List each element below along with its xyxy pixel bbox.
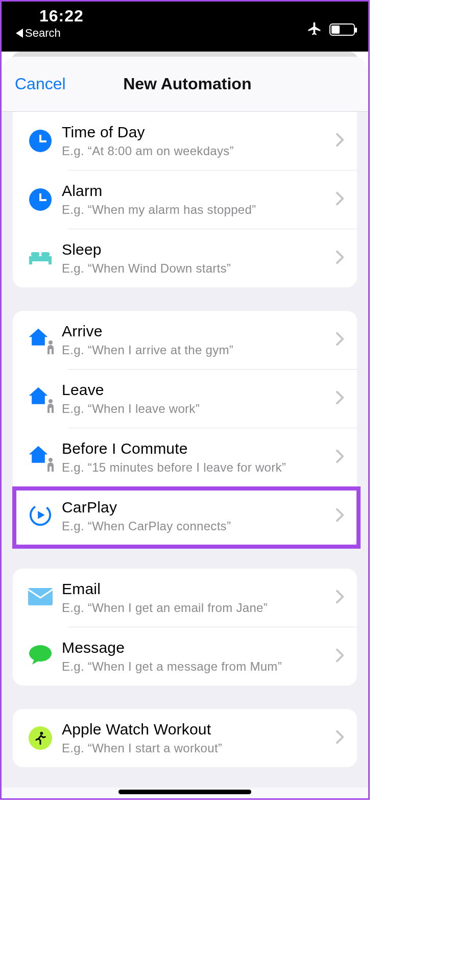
svg-rect-1 [31, 252, 39, 256]
home-leave-icon [27, 385, 54, 412]
row-time-of-day[interactable]: Time of Day E.g. “At 8:00 am on weekdays… [13, 112, 357, 170]
chevron-right-icon [336, 250, 344, 266]
row-subtitle: E.g. “When Wind Down starts” [62, 261, 326, 276]
chevron-right-icon [336, 648, 344, 665]
svg-point-11 [40, 732, 43, 735]
trigger-group-workout: Apple Watch Workout E.g. “When I start a… [13, 709, 357, 767]
workout-icon [29, 726, 52, 750]
svg-point-5 [49, 340, 53, 345]
chevron-right-icon [336, 133, 344, 149]
row-title: Email [62, 580, 326, 598]
svg-point-7 [49, 458, 53, 462]
status-bar: 16:22 Search [2, 2, 368, 52]
status-time: 16:22 [14, 7, 356, 26]
row-subtitle: E.g. “When I get an email from Jane” [62, 601, 326, 615]
trigger-group-communication: Email E.g. “When I get an email from Jan… [13, 569, 357, 685]
chevron-right-icon [336, 449, 344, 465]
svg-rect-2 [41, 252, 50, 256]
row-title: Alarm [62, 182, 326, 200]
battery-icon [329, 23, 355, 36]
home-arrive-icon [27, 327, 54, 353]
row-workout[interactable]: Apple Watch Workout E.g. “When I start a… [13, 709, 357, 767]
home-commute-icon [27, 444, 54, 471]
row-subtitle: E.g. “When I arrive at the gym” [62, 343, 326, 357]
svg-point-10 [29, 645, 52, 662]
svg-rect-0 [29, 256, 52, 261]
chevron-right-icon [336, 508, 344, 524]
message-icon [28, 644, 53, 669]
row-subtitle: E.g. “At 8:00 am on weekdays” [62, 144, 326, 158]
row-leave[interactable]: Leave E.g. “When I leave work” [13, 370, 357, 428]
row-title: CarPlay [62, 499, 326, 516]
nav-bar: Cancel New Automation [2, 57, 368, 112]
chevron-right-icon [336, 590, 344, 606]
svg-rect-9 [28, 588, 53, 605]
back-triangle-icon [16, 29, 23, 38]
svg-point-6 [49, 399, 53, 403]
row-subtitle: E.g. “When I start a workout” [62, 741, 326, 755]
row-subtitle: E.g. “When I get a message from Mum” [62, 659, 326, 674]
row-subtitle: E.g. “When CarPlay connects” [62, 519, 326, 533]
row-title: Apple Watch Workout [62, 721, 326, 738]
row-subtitle: E.g. “When I leave work” [62, 402, 326, 416]
row-subtitle: E.g. “15 minutes before I leave for work… [62, 460, 326, 475]
row-title: Arrive [62, 323, 326, 340]
row-title: Time of Day [62, 124, 326, 141]
status-icons [307, 21, 355, 38]
row-message[interactable]: Message E.g. “When I get a message from … [13, 627, 357, 685]
svg-rect-3 [29, 261, 32, 264]
clock-icon [29, 130, 52, 152]
back-to-search[interactable]: Search [14, 27, 356, 40]
row-carplay[interactable]: CarPlay E.g. “When CarPlay connects” [13, 487, 357, 545]
row-title: Sleep [62, 241, 326, 258]
row-title: Leave [62, 381, 326, 399]
back-label: Search [25, 27, 61, 40]
row-arrive[interactable]: Arrive E.g. “When I arrive at the gym” [13, 311, 357, 369]
chevron-right-icon [336, 390, 344, 407]
row-email[interactable]: Email E.g. “When I get an email from Jan… [13, 569, 357, 627]
svg-rect-4 [49, 261, 52, 264]
row-subtitle: E.g. “When my alarm has stopped” [62, 203, 326, 217]
page-title: New Automation [20, 75, 355, 93]
row-title: Before I Commute [62, 440, 326, 457]
home-indicator[interactable] [118, 790, 251, 794]
content-scroll[interactable]: Time of Day E.g. “At 8:00 am on weekdays… [2, 112, 368, 788]
row-before-commute[interactable]: Before I Commute E.g. “15 minutes before… [13, 428, 357, 486]
chevron-right-icon [336, 730, 344, 746]
carplay-icon [29, 503, 52, 529]
bed-icon [28, 248, 53, 268]
chevron-right-icon [336, 191, 344, 208]
row-title: Message [62, 639, 326, 656]
airplane-mode-icon [307, 21, 322, 38]
clock-icon [29, 188, 52, 211]
trigger-group-time: Time of Day E.g. “At 8:00 am on weekdays… [13, 112, 357, 287]
row-alarm[interactable]: Alarm E.g. “When my alarm has stopped” [13, 170, 357, 229]
trigger-group-location: Arrive E.g. “When I arrive at the gym” L… [13, 311, 357, 545]
row-sleep[interactable]: Sleep E.g. “When Wind Down starts” [13, 229, 357, 287]
mail-icon [28, 587, 53, 608]
chevron-right-icon [336, 332, 344, 348]
modal-sheet: Cancel New Automation Time of Day E.g. “… [2, 57, 368, 797]
